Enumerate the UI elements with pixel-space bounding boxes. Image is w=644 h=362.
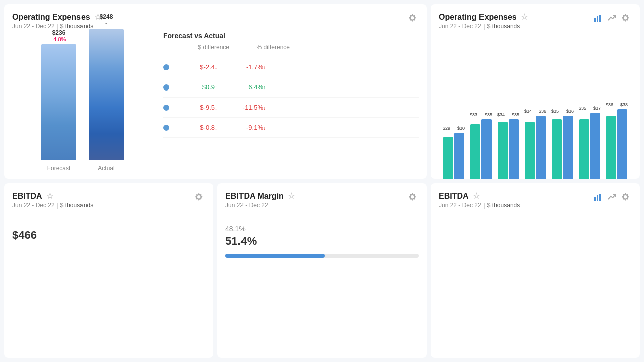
dashboard: Operating Expenses ☆ Jun 22 - Dec 22 | $… <box>0 0 644 362</box>
bars-1 <box>470 119 492 179</box>
card1-gear-button[interactable] <box>407 12 419 24</box>
forecast-bar-wrap <box>41 44 76 160</box>
month-group-5: $35$37 <box>579 106 601 179</box>
card5-gear-button[interactable] <box>620 191 632 203</box>
card5-title: EBITDA ☆ <box>439 191 520 201</box>
pct-value: 51.4% <box>225 235 419 248</box>
fva-col1-header: $ difference <box>189 44 229 51</box>
fva-rows: $-2.4↓ -1.7%↓ $0.9↑ 6.4%↑ $-9.5↓ -11.5%↓ <box>163 57 419 138</box>
card1-title-group: Operating Expenses ☆ Jun 22 - Dec 22 | $… <box>12 12 101 30</box>
bars-2 <box>498 119 519 179</box>
fva-diff-2: $0.9↑ <box>177 83 217 91</box>
card3-gear-button[interactable] <box>193 191 205 203</box>
card3-star-icon[interactable]: ☆ <box>46 191 53 201</box>
forecast-value-label: $236 -4.8% <box>52 29 66 42</box>
gear-icon <box>409 14 417 22</box>
card4-star-icon[interactable]: ☆ <box>288 191 295 201</box>
card2-gear-button[interactable] <box>620 12 632 24</box>
card3-title: EBITDA ☆ <box>12 191 93 201</box>
forecast-bar <box>41 44 76 160</box>
card2-star-icon[interactable]: ☆ <box>521 12 528 22</box>
month-top-labels-1: $33$35 <box>470 112 492 117</box>
fva-header: $ difference % difference <box>163 44 419 53</box>
progress-bar-bg <box>225 254 419 258</box>
svg-rect-5 <box>599 194 601 201</box>
margin-values: 48.1% 51.4% <box>225 225 419 258</box>
card5-bars-button[interactable] <box>592 191 604 203</box>
card4-icons <box>407 191 419 203</box>
fva-diff-3: $-9.5↓ <box>177 104 217 111</box>
svg-rect-1 <box>597 16 598 22</box>
month-top-labels-0: $29$30 <box>443 126 465 131</box>
blue-bar-4 <box>563 116 573 179</box>
bars-0 <box>443 133 464 179</box>
fva-col2-header: % difference <box>250 44 290 51</box>
blue-bar-1 <box>481 119 492 179</box>
green-bar-0 <box>443 137 453 179</box>
svg-rect-3 <box>594 197 596 201</box>
month-top-labels-3: $34$36 <box>524 109 546 114</box>
bars-6 <box>606 109 627 179</box>
fva-pct-2: 6.4%↑ <box>225 83 266 91</box>
card1-icons <box>407 12 419 24</box>
card2-icons <box>592 12 632 24</box>
ebitda-card: EBITDA ☆ Jun 22 - Dec 22 | $ thousands $… <box>4 183 213 358</box>
ebitda-value: $466 <box>12 229 205 242</box>
blue-bar-0 <box>454 133 464 179</box>
month-top-labels-4: $35$36 <box>551 109 574 114</box>
gear-icon-2 <box>622 14 630 22</box>
card4-title: EBITDA Margin ☆ <box>225 191 295 201</box>
green-bar-3 <box>525 122 535 179</box>
green-bar-5 <box>579 119 589 179</box>
svg-rect-2 <box>599 15 601 22</box>
bars-chart-icon <box>594 14 602 22</box>
ebitda-margin-card: EBITDA Margin ☆ Jun 22 - Dec 22 48.1% 51… <box>217 183 427 358</box>
blue-label-3: $36 <box>539 109 546 114</box>
card3-header: EBITDA ☆ Jun 22 - Dec 22 | $ thousands <box>12 191 205 209</box>
card1-subtitle: Jun 22 - Dec 22 | $ thousands <box>12 23 101 30</box>
month-group-3: $34$36 <box>524 109 546 179</box>
green-label-2: $34 <box>497 112 505 117</box>
card2-trend-button[interactable] <box>606 12 618 24</box>
card5-trend-button[interactable] <box>606 191 618 203</box>
progress-bar-wrap <box>225 254 419 258</box>
actual-bar <box>89 29 124 160</box>
svg-rect-0 <box>594 18 596 22</box>
fva-dot-4 <box>163 125 169 131</box>
blue-bar-6 <box>617 109 627 179</box>
month-group-0: $29$30 <box>443 126 465 179</box>
fva-row-4: $-0.8↓ -9.1%↓ <box>163 118 419 138</box>
card5-title-group: EBITDA ☆ Jun 22 - Dec 22 | $ thousands <box>439 191 520 209</box>
bars-chart-icon-2 <box>594 193 602 201</box>
month-group-4: $35$36 <box>551 109 574 179</box>
card4-gear-button[interactable] <box>407 191 419 203</box>
forecast-content: $236 -4.8% Forecast $248 - <box>12 32 419 179</box>
blue-label-2: $35 <box>512 112 519 117</box>
green-bar-2 <box>498 122 508 179</box>
fva-pct-4: -9.1%↓ <box>225 124 266 131</box>
card2-title: Operating Expenses ☆ <box>439 12 528 22</box>
green-label-3: $34 <box>524 109 532 114</box>
card2-header: Operating Expenses ☆ Jun 22 - Dec 22 | $… <box>439 12 632 30</box>
card5-star-icon[interactable]: ☆ <box>473 191 480 201</box>
actual-bar-wrap <box>89 29 124 160</box>
card5-header: EBITDA ☆ Jun 22 - Dec 22 | $ thousands <box>439 191 632 209</box>
month-top-labels-5: $35$37 <box>579 106 601 111</box>
operating-expenses-forecast-card: Operating Expenses ☆ Jun 22 - Dec 22 | $… <box>4 4 427 179</box>
blue-label-6: $38 <box>620 102 628 107</box>
card2-bars-button[interactable] <box>592 12 604 24</box>
card4-header: EBITDA Margin ☆ Jun 22 - Dec 22 <box>225 191 419 209</box>
fva-section: Forecast vs Actual $ difference % differ… <box>153 32 419 179</box>
green-label-0: $29 <box>443 126 450 131</box>
fva-diff-4: $-0.8↓ <box>177 124 217 131</box>
grouped-bar-chart: $29$30$33$35$34$35$34$36$35$36$35$37$36$… <box>439 32 632 179</box>
blue-label-4: $36 <box>566 109 574 114</box>
fva-row-2: $0.9↑ 6.4%↑ <box>163 77 419 98</box>
forecast-bar-group: $236 -4.8% Forecast <box>41 29 76 172</box>
card4-title-group: EBITDA Margin ☆ Jun 22 - Dec 22 <box>225 191 295 209</box>
green-bar-4 <box>552 119 562 179</box>
fva-diff-1: $-2.4↓ <box>177 63 217 71</box>
blue-label-0: $30 <box>457 126 465 131</box>
fva-row-1: $-2.4↓ -1.7%↓ <box>163 57 419 77</box>
card5-subtitle: Jun 22 - Dec 22 | $ thousands <box>439 202 520 209</box>
